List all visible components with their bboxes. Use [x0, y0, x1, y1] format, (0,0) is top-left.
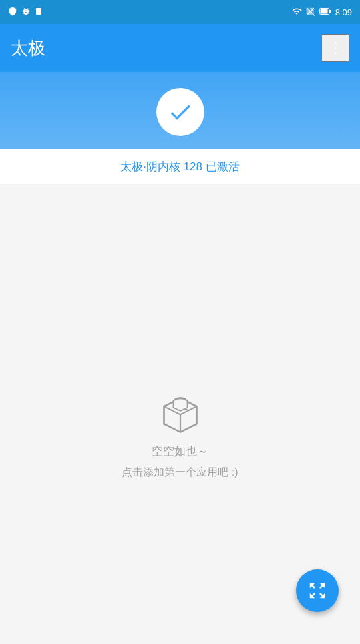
overflow-menu-button[interactable]: ⋮ [321, 34, 349, 62]
expand-icon [307, 581, 327, 601]
no-signal-icon [306, 7, 315, 18]
empty-secondary-text: 点击添加第一个应用吧 :) [122, 466, 238, 480]
empty-primary-text: 空空如也～ [152, 444, 208, 459]
svg-rect-0 [36, 8, 41, 15]
app-bar: 太极 ⋮ [0, 24, 360, 72]
shield-icon [8, 7, 17, 18]
sim-icon [35, 7, 43, 18]
time-display: 8:09 [335, 7, 352, 17]
empty-box-icon [157, 390, 204, 437]
svg-rect-5 [329, 10, 331, 13]
empty-state: 空空如也～ 点击添加第一个应用吧 :) [122, 390, 238, 480]
status-bar-right-icons: 8:09 [291, 7, 352, 18]
svg-rect-4 [320, 9, 327, 13]
header-banner [0, 72, 360, 149]
status-info-bar: 太极·阴内核 128 已激活 [0, 149, 360, 184]
bug-icon [21, 7, 31, 18]
activation-status-text: 太极·阴内核 128 已激活 [120, 160, 240, 173]
fab-button[interactable] [296, 569, 339, 612]
wifi-icon [291, 7, 302, 18]
app-title: 太极 [11, 37, 45, 60]
checkmark-circle [156, 88, 204, 136]
status-bar: 8:09 [0, 0, 360, 24]
checkmark-icon [167, 99, 194, 125]
battery-icon [319, 7, 331, 18]
status-bar-left-icons [8, 7, 43, 18]
